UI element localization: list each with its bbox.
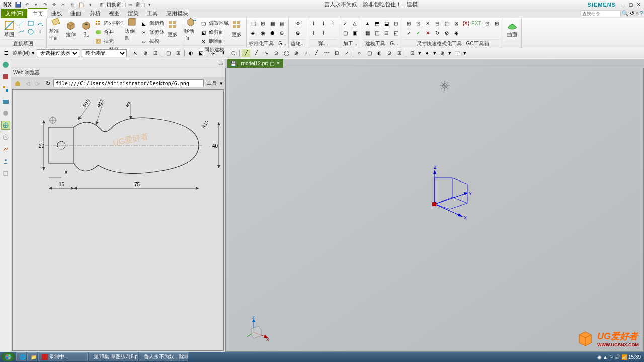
taskbar-pin-icon[interactable]: 📁 (27, 352, 37, 361)
help-icon[interactable]: ? (640, 10, 643, 17)
search-icon[interactable]: 🔍 (622, 10, 629, 17)
svg-text:15: 15 (59, 182, 65, 187)
move-face-button[interactable]: 移动面 (184, 19, 198, 38)
history-icon[interactable] (1, 133, 10, 142)
tools-button[interactable]: 工具 (205, 80, 219, 87)
rect-icon[interactable] (27, 19, 35, 27)
svg-marker-75 (433, 170, 436, 174)
graphics-area[interactable]: 💾 _model12.prt ▢ ✕ Z Y X (225, 59, 644, 352)
menu-icon[interactable]: ☰ (2, 49, 10, 57)
chevron-down-icon[interactable]: ▾ (32, 1, 40, 8)
taskbar-item[interactable]: 第18集 草图练习6.p... (89, 352, 138, 361)
touch-icon[interactable]: ✥ (50, 1, 58, 8)
svg-text:R15: R15 (82, 98, 91, 108)
sel-icon[interactable]: ↖ (131, 49, 139, 57)
trim-body-icon[interactable]: ✂ (140, 28, 148, 36)
menu-button[interactable]: 菜单(M) (12, 50, 30, 57)
pattern-icon[interactable] (94, 19, 102, 27)
chevron-down-icon[interactable]: ▾ (146, 1, 154, 8)
datum-plane-button[interactable]: 基准平面 (49, 19, 63, 38)
url-input[interactable] (53, 79, 204, 87)
window-switch-label[interactable]: 切换窗口 (106, 1, 126, 8)
sketch-button[interactable]: 草图 (2, 19, 16, 38)
copy-icon[interactable]: ⎘ (68, 1, 76, 8)
line-icon[interactable] (17, 19, 25, 27)
undo-icon[interactable]: ↶ (23, 1, 31, 8)
more-feature-button[interactable]: 更多 (166, 19, 180, 38)
draft-icon[interactable]: ▱ (140, 37, 148, 45)
arc-icon[interactable] (36, 19, 44, 27)
svg-point-28 (3, 111, 8, 116)
taskbar-item[interactable]: 录制中... (38, 352, 88, 361)
svg-marker-81 (458, 213, 463, 217)
replace-face-icon[interactable]: ⬕ (199, 28, 207, 36)
web-browser-panel: ▭ Web 浏览器 ◁ ▷ ↻ 工具▾ 20 (11, 59, 225, 352)
clock[interactable]: 15:39 (628, 354, 641, 360)
reuse-library-icon[interactable] (1, 97, 10, 106)
assembly-navigator-icon[interactable] (1, 72, 10, 81)
back-icon[interactable]: ◁ (23, 79, 32, 88)
hd3d-icon[interactable] (1, 109, 10, 118)
group-sketch: 草图 + 直接草图 (0, 18, 47, 48)
unite-icon[interactable] (94, 28, 102, 36)
taskbar-item[interactable]: 善人永不为奴，除非... (139, 352, 188, 361)
system-scene-icon[interactable] (1, 169, 10, 178)
svg-rect-93 (6, 357, 8, 359)
refresh-icon[interactable]: ↻ (43, 79, 52, 88)
surface-button[interactable]: 曲面 (505, 19, 519, 38)
minimize-button[interactable]: — (619, 1, 627, 8)
delete-face-icon[interactable]: ✕ (199, 37, 207, 45)
file-menu[interactable]: 文件(F) (1, 9, 27, 18)
chamfer-icon[interactable]: ◣ (140, 19, 148, 27)
paste-icon[interactable]: 📋 (77, 1, 86, 8)
cut-icon[interactable]: ✂ (59, 1, 67, 8)
shell-icon[interactable] (94, 37, 102, 45)
svg-rect-19 (233, 21, 236, 24)
svg-text:40: 40 (212, 143, 218, 149)
window-menu-label[interactable]: 窗口 (135, 1, 145, 8)
constraint-navigator-icon[interactable] (1, 84, 10, 94)
tab-view[interactable]: 视图 (105, 9, 124, 18)
part-navigator-icon[interactable] (1, 60, 10, 69)
web-browser-icon[interactable] (1, 121, 10, 130)
chevron-down-icon[interactable]: ▾ (87, 1, 95, 8)
window-icon[interactable]: ▭ (127, 1, 135, 8)
close-button[interactable]: ✕ (635, 1, 643, 8)
command-search[interactable] (581, 10, 621, 17)
process-studio-icon[interactable] (1, 145, 10, 154)
extrude-button[interactable]: 拉伸 (64, 19, 78, 38)
tab-tools[interactable]: 工具 (143, 9, 162, 18)
svg-rect-1 (17, 2, 20, 4)
collapse-icon[interactable]: ⌂ (635, 10, 639, 17)
assembly-select[interactable]: 整个装配 (82, 49, 127, 57)
forward-icon[interactable]: ▷ (33, 79, 42, 88)
more-sync-button[interactable]: 更多 (230, 19, 244, 38)
tab-home[interactable]: 主页 (28, 8, 47, 19)
start-button[interactable] (1, 352, 15, 361)
view-compass[interactable] (437, 78, 452, 94)
roles-icon[interactable] (1, 157, 10, 166)
filter-select[interactable]: 无选择过滤器 (37, 49, 79, 57)
svg-text:⌀8: ⌀8 (124, 101, 131, 108)
window-switch-icon[interactable]: ⊞ (98, 1, 106, 8)
svg-line-77 (435, 193, 467, 204)
maximize-button[interactable]: ▢ (627, 1, 635, 8)
tab-maximize-icon[interactable]: ▢ (270, 61, 274, 66)
circle-icon[interactable] (27, 28, 35, 36)
tab-close-icon[interactable]: ✕ (276, 61, 280, 66)
taskbar-pin-icon[interactable]: 🌐 (16, 352, 26, 361)
redo-icon[interactable]: ↷ (41, 1, 49, 8)
svg-marker-65 (196, 187, 199, 190)
tab-surface[interactable]: 曲面 (66, 9, 86, 18)
recent-icon[interactable]: ↺ (630, 10, 634, 17)
part-tab[interactable]: 💾 _model12.prt ▢ ✕ (227, 59, 283, 68)
hole-button[interactable]: 孔 (79, 19, 93, 38)
point-icon[interactable]: + (36, 28, 44, 36)
home-icon[interactable] (13, 79, 22, 88)
edge-blend-button[interactable]: 边倒圆 (125, 19, 139, 38)
spline-icon[interactable] (17, 28, 25, 36)
tab-analysis[interactable]: 分析 (86, 9, 105, 18)
offset-region-icon[interactable]: ▢ (199, 19, 207, 27)
work-csys[interactable]: Z Y X (425, 164, 475, 234)
save-icon[interactable] (14, 1, 22, 8)
